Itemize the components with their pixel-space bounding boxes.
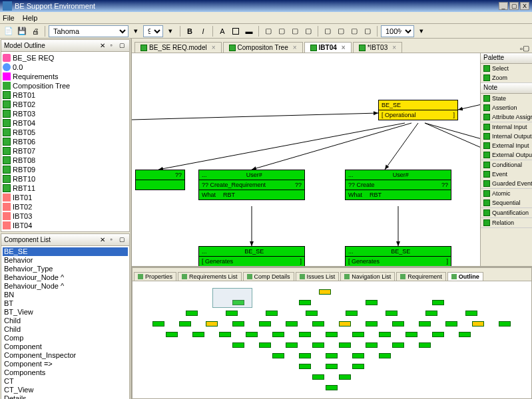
node-create[interactable]: ...User# ?? Create?? WhatRBT	[345, 170, 451, 200]
toolbar-btn-f[interactable]: ▢	[335, 25, 347, 37]
tree-rbt-item[interactable]: RBT11	[3, 184, 128, 193]
palette-item[interactable]: State	[481, 94, 532, 103]
component-list-item[interactable]: Details	[3, 394, 128, 399]
diagram-canvas[interactable]: BE_SE [ Operational] ?? ...User# ?? Crea…	[132, 53, 480, 266]
toolbar-btn-e[interactable]: ▢	[322, 25, 334, 37]
tab-close-icon[interactable]: ×	[342, 44, 346, 51]
font-name-select[interactable]: Tahoma	[49, 25, 129, 37]
toolbar-btn-d[interactable]: ▢	[302, 25, 314, 37]
editor-tab[interactable]: IBT04×	[304, 42, 352, 53]
window-close-button[interactable]: X	[520, 2, 529, 10]
toolbar-btn-h[interactable]: ▢	[362, 25, 374, 37]
component-list-item[interactable]: Component_Inspector	[3, 351, 128, 360]
component-list-item[interactable]: BT	[3, 299, 128, 308]
bottom-tab[interactable]: Requirement	[396, 272, 446, 281]
tree-rbt-item[interactable]: RBT06	[3, 137, 128, 146]
palette-item[interactable]: Relation	[481, 218, 532, 227]
pane-max-icon[interactable]: ▢	[117, 235, 127, 245]
palette-item[interactable]: Internal Input	[481, 122, 532, 132]
bottom-tab[interactable]: Properties	[134, 272, 176, 281]
italic-button[interactable]: I	[197, 25, 209, 37]
tree-rbt-item[interactable]: RBT03	[3, 109, 128, 118]
bottom-tab[interactable]: Issues List	[296, 272, 340, 281]
tree-ibt-item[interactable]: IBT01	[3, 193, 128, 202]
bottom-tab[interactable]: Requirements List	[178, 272, 242, 281]
component-list-item[interactable]: Behavior_Type	[3, 265, 128, 273]
component-list-item[interactable]: Component	[3, 342, 128, 351]
tab-close-icon[interactable]: ×	[212, 44, 216, 51]
palette-item[interactable]: Attribute Assignment	[481, 112, 532, 122]
component-list-item[interactable]: Components	[3, 368, 128, 377]
palette-item[interactable]: Sequential	[481, 198, 532, 207]
component-list-item[interactable]: CT_View	[3, 386, 128, 394]
component-list-item[interactable]: Behaviour_Node ^	[3, 282, 128, 291]
component-list-item[interactable]: BE_SE	[3, 247, 128, 256]
window-maximize-button[interactable]: ▢	[509, 2, 519, 10]
tree-root[interactable]: BE_SE REQ	[3, 53, 128, 63]
menu-file[interactable]: File	[3, 14, 15, 22]
tree-rbt-item[interactable]: RBT07	[3, 146, 128, 156]
fill-color-button[interactable]	[230, 25, 242, 37]
toolbar-btn-g[interactable]: ▢	[348, 25, 360, 37]
component-list-item[interactable]: CT	[3, 377, 128, 386]
component-list-item[interactable]: BN	[3, 291, 128, 299]
outline-overview[interactable]	[133, 281, 531, 398]
node-qq[interactable]: ??	[135, 170, 185, 190]
tab-close-icon[interactable]: ×	[392, 44, 396, 51]
font-color-button[interactable]: A	[216, 25, 228, 37]
pane-minimize-icon[interactable]: ▫	[107, 41, 116, 51]
bottom-tab[interactable]: Navigation List	[340, 272, 395, 281]
palette-item[interactable]: Assertion	[481, 103, 532, 112]
window-minimize-button[interactable]: _	[499, 2, 508, 10]
tree-rbt-item[interactable]: RBT01	[3, 90, 128, 100]
palette-item[interactable]: Event	[481, 170, 532, 179]
bold-button[interactable]: B	[184, 25, 196, 37]
tree-rbt-item[interactable]: RBT05	[3, 128, 128, 137]
tree-requirements[interactable]: Requirements	[3, 72, 128, 81]
tab-close-icon[interactable]: ×	[293, 44, 297, 51]
tree-ibt-item[interactable]: IBT03	[3, 211, 128, 221]
tree-ibt-item[interactable]: IBT02	[3, 202, 128, 211]
toolbar-save-icon[interactable]: 💾	[16, 25, 28, 37]
toolbar-new-icon[interactable]: 📄	[3, 25, 15, 37]
component-list-item[interactable]: Child	[3, 317, 128, 325]
editor-tab[interactable]: Compositon Tree×	[223, 42, 303, 53]
editor-maximize-icon[interactable]: ▢	[523, 44, 529, 53]
component-list-item[interactable]: Behavior	[3, 256, 128, 265]
zoom-dropdown-icon[interactable]: ▾	[415, 25, 427, 37]
menu-help[interactable]: Help	[23, 14, 38, 22]
font-size-select[interactable]: 9	[143, 25, 163, 37]
tree-rbt-item[interactable]: RBT10	[3, 174, 128, 184]
component-list-item[interactable]: Comp	[3, 334, 128, 342]
node-root[interactable]: BE_SE [ Operational]	[378, 100, 458, 120]
tree-rbt-item[interactable]: RBT09	[3, 165, 128, 174]
palette-item[interactable]: Quantification	[481, 208, 532, 217]
palette-group-header[interactable]: Note	[481, 83, 532, 94]
toolbar-print-icon[interactable]: 🖨	[29, 25, 41, 37]
tree-version[interactable]: 0.0	[3, 63, 128, 72]
toolbar-btn-c[interactable]: ▢	[289, 25, 301, 37]
tree-rbt-item[interactable]: RBT02	[3, 100, 128, 109]
component-list-item[interactable]: Behaviour_Node ^	[3, 273, 128, 282]
pane-btn-icon[interactable]: ▫	[107, 235, 116, 245]
palette-item[interactable]: Select	[481, 64, 532, 73]
palette-item[interactable]: External Output	[481, 150, 532, 160]
component-list-item[interactable]: Component =>	[3, 360, 128, 368]
tree-rbt-item[interactable]: RBT04	[3, 118, 128, 128]
palette-item[interactable]: Zoom	[481, 73, 532, 82]
line-color-button[interactable]: ▬	[243, 25, 255, 37]
zoom-select[interactable]: 100%	[381, 25, 414, 37]
tree-composition-tree[interactable]: Composition Tree	[3, 81, 128, 90]
viewport-indicator[interactable]	[212, 288, 252, 308]
bottom-tab[interactable]: Comp Details	[243, 272, 294, 281]
bottom-tab[interactable]: Outline	[447, 272, 483, 281]
tree-ibt-item[interactable]: IBT04	[3, 221, 128, 230]
palette-item[interactable]: Atomic	[481, 189, 532, 198]
toolbar-btn-a[interactable]: ▢	[262, 25, 274, 37]
font-dropdown-icon[interactable]: ▾	[130, 25, 142, 37]
pane-maximize-icon[interactable]: ▢	[117, 41, 127, 51]
palette-item[interactable]: Guarded Event	[481, 179, 532, 188]
editor-tab[interactable]: BE_SE REQ.model×	[134, 42, 222, 53]
tree-rbt-item[interactable]: RBT08	[3, 156, 128, 165]
node-create-requirement[interactable]: ...User# ?? Create_Requirement?? WhatRBT	[198, 170, 305, 200]
